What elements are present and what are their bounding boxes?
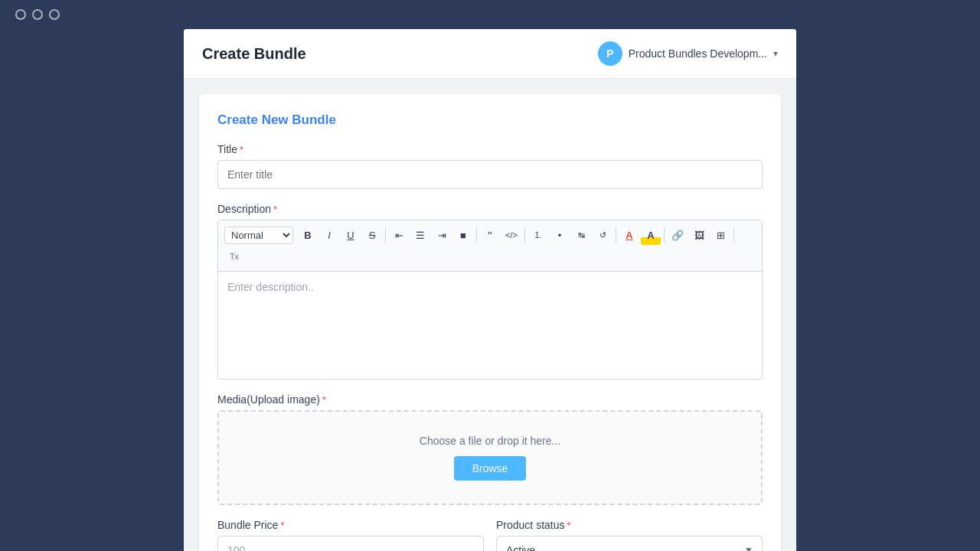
description-group: Description * Normal Heading 1 Heading 2…	[217, 203, 763, 380]
toolbar-divider-1	[385, 227, 386, 243]
ordered-list-button[interactable]: 1.	[528, 225, 548, 245]
bundle-price-label: Bundle Price *	[217, 519, 484, 531]
align-justify-button[interactable]: ■	[453, 225, 473, 245]
browse-button[interactable]: Browse	[454, 456, 527, 481]
title-required-star: *	[240, 144, 243, 155]
page-header: Create Bundle P Product Bundles Developm…	[184, 29, 796, 79]
content-area: Create New Bundle Title * Description *	[184, 79, 796, 551]
title-input[interactable]	[217, 160, 763, 189]
chevron-down-icon[interactable]: ▾	[773, 48, 778, 59]
link-button[interactable]: 🔗	[668, 225, 688, 245]
avatar: P	[598, 41, 622, 66]
window-circle-1	[15, 9, 26, 20]
page-title: Create Bundle	[202, 45, 306, 63]
highlight-button[interactable]: A	[641, 225, 661, 245]
align-right-button[interactable]: ⇥	[432, 225, 452, 245]
toolbar-divider-2	[476, 227, 477, 243]
title-label: Title *	[217, 143, 763, 155]
form-card: Create New Bundle Title * Description *	[199, 94, 781, 551]
clear-format-button[interactable]: Tx	[224, 246, 244, 266]
status-select[interactable]: Active Inactive	[496, 536, 763, 551]
media-required-star: *	[322, 394, 326, 406]
italic-button[interactable]: I	[319, 225, 339, 245]
description-label: Description *	[217, 203, 763, 215]
bundle-price-col: Bundle Price *	[217, 519, 484, 551]
align-center-button[interactable]: ☰	[410, 225, 430, 245]
code-button[interactable]: </>	[501, 225, 521, 245]
outdent-button[interactable]: ↹	[571, 225, 591, 245]
upload-zone[interactable]: Choose a file or drop it here... Browse	[217, 410, 763, 505]
price-status-row: Bundle Price * Product status * Active I…	[217, 519, 763, 551]
form-section-title: Create New Bundle	[217, 112, 763, 128]
window-circle-3	[49, 9, 60, 20]
table-button[interactable]: ⊞	[710, 225, 730, 245]
toolbar-divider-4	[616, 227, 616, 243]
format-select[interactable]: Normal Heading 1 Heading 2 Heading 3	[224, 227, 293, 244]
indent-button[interactable]: ↺	[593, 225, 612, 245]
editor-toolbar: Normal Heading 1 Heading 2 Heading 3 B I…	[218, 220, 762, 272]
title-group: Title *	[217, 143, 763, 189]
bundle-price-required-star: *	[280, 520, 284, 531]
window-circle-2	[32, 9, 43, 20]
toolbar-divider-3	[524, 227, 525, 243]
media-group: Media(Upload image) * Choose a file or d…	[217, 393, 763, 505]
store-name: Product Bundles Developm...	[629, 47, 767, 60]
product-status-col: Product status * Active Inactive ▼	[496, 519, 763, 551]
main-container: Create Bundle P Product Bundles Developm…	[184, 29, 796, 551]
align-left-button[interactable]: ⇤	[389, 225, 409, 245]
image-button[interactable]: 🖼	[689, 225, 709, 245]
product-status-label: Product status *	[496, 519, 763, 531]
header-right[interactable]: P Product Bundles Developm... ▾	[598, 41, 778, 66]
status-select-wrapper: Active Inactive ▼	[496, 536, 763, 551]
blockquote-button[interactable]: "	[480, 225, 500, 245]
rich-text-editor: Normal Heading 1 Heading 2 Heading 3 B I…	[217, 220, 763, 380]
font-color-button[interactable]: A	[619, 225, 639, 245]
toolbar-divider-5	[664, 227, 665, 243]
unordered-list-button[interactable]: •	[550, 225, 570, 245]
strikethrough-button[interactable]: S	[362, 225, 382, 245]
top-bar	[0, 0, 980, 29]
bold-button[interactable]: B	[298, 225, 318, 245]
media-label: Media(Upload image) *	[217, 393, 763, 406]
description-required-star: *	[273, 204, 277, 215]
description-editor-body[interactable]: Enter description..	[218, 272, 762, 379]
bundle-price-input[interactable]	[217, 536, 484, 551]
product-status-required-star: *	[567, 520, 571, 531]
toolbar-divider-6	[733, 227, 734, 243]
upload-text: Choose a file or drop it here...	[242, 435, 738, 447]
underline-button[interactable]: U	[341, 225, 361, 245]
